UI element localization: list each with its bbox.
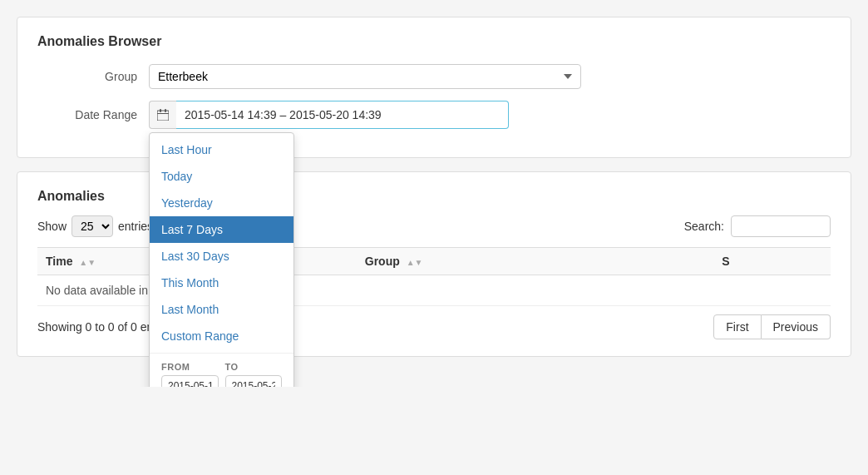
entries-label: entries: [118, 220, 153, 233]
col-status: S: [713, 248, 831, 275]
sort-icon-group: ▲▼: [407, 258, 423, 267]
to-label: TO: [225, 362, 283, 372]
dropdown-item-last-30-days[interactable]: Last 30 Days: [150, 243, 293, 270]
col-time-label: Time: [46, 255, 72, 268]
search-input[interactable]: [731, 215, 831, 237]
from-field-group: FROM: [161, 362, 219, 387]
group-label: Group: [37, 70, 137, 83]
dropdown-item-last-7-days[interactable]: Last 7 Days: [150, 216, 293, 243]
svg-rect-2: [165, 109, 166, 112]
sort-icon-time: ▲▼: [79, 258, 96, 267]
date-range-row: Date Range 2015-05-14 14:39 – 2015-05-20…: [37, 101, 831, 129]
to-input[interactable]: [225, 375, 283, 387]
col-group-label: Group: [365, 255, 400, 268]
svg-rect-1: [160, 109, 161, 112]
entries-select[interactable]: 25: [72, 215, 113, 237]
previous-button[interactable]: Previous: [762, 314, 831, 339]
search-control: Search:: [684, 215, 831, 237]
group-select[interactable]: Etterbeek: [149, 64, 581, 89]
dropdown-item-last-month[interactable]: Last Month: [150, 296, 293, 323]
show-label: Show: [37, 220, 67, 233]
date-dropdown: Last Hour Today Yesterday Last 7 Days La…: [149, 132, 294, 387]
show-entries: Show 25 entries: [37, 215, 153, 237]
dropdown-item-this-month[interactable]: This Month: [150, 270, 293, 296]
browser-card-title: Anomalies Browser: [37, 34, 831, 49]
dropdown-item-yesterday[interactable]: Yesterday: [150, 190, 293, 216]
anomalies-card: Anomalies Show 25 entries Search: Time ▲…: [17, 171, 851, 357]
date-range-input[interactable]: 2015-05-14 14:39 – 2015-05-20 14:39: [176, 101, 509, 129]
date-range-wrapper: 2015-05-14 14:39 – 2015-05-20 14:39 Last…: [149, 101, 509, 129]
dropdown-item-today[interactable]: Today: [150, 163, 293, 190]
pagination-buttons: First Previous: [713, 314, 831, 339]
date-range-label: Date Range: [37, 108, 137, 121]
search-label: Search:: [684, 220, 724, 233]
calendar-icon-button[interactable]: [149, 101, 176, 129]
col-group: Group ▲▼: [357, 248, 714, 275]
first-button[interactable]: First: [713, 314, 761, 339]
calendar-icon: [157, 109, 169, 121]
from-label: FROM: [161, 362, 219, 372]
group-row: Group Etterbeek: [37, 64, 831, 89]
browser-card: Anomalies Browser Group Etterbeek Date R…: [17, 17, 851, 158]
dropdown-item-last-hour[interactable]: Last Hour: [150, 136, 293, 163]
dropdown-item-custom-range[interactable]: Custom Range: [150, 323, 293, 349]
custom-fields: FROM TO: [161, 362, 282, 387]
from-input[interactable]: [161, 375, 219, 387]
to-field-group: TO: [225, 362, 283, 387]
svg-rect-0: [157, 111, 169, 121]
custom-range-section: FROM TO Apply Cancel: [150, 353, 293, 387]
col-status-label: S: [722, 255, 729, 268]
